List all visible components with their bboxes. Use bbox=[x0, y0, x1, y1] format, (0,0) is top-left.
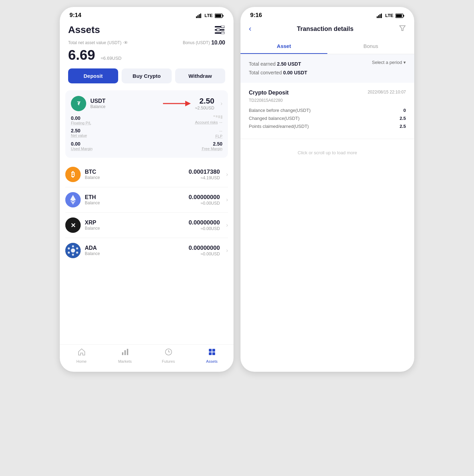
tx-detail-points: Points claimed/earned(USDT) 2.5 bbox=[249, 124, 406, 129]
nav-futures[interactable]: Futures bbox=[147, 348, 190, 363]
period-select[interactable]: Select a period ▾ bbox=[372, 60, 406, 65]
detail-balance-before-label: Balance before change(USDT) bbox=[249, 108, 311, 113]
deposit-button[interactable]: Deposit bbox=[68, 68, 118, 83]
detail-points-label: Points claimed/earned(USDT) bbox=[249, 124, 309, 129]
svg-text:₿: ₿ bbox=[71, 171, 75, 178]
flp-dash: -- bbox=[219, 128, 222, 134]
btc-sub: Balance bbox=[85, 175, 185, 180]
ada-item[interactable]: ADA Balance 0.00000000 ≈0.00USD › bbox=[65, 238, 228, 263]
nav-assets-label: Assets bbox=[206, 359, 218, 363]
signal-icon-right bbox=[377, 13, 383, 18]
btc-amount: 0.00017380 bbox=[189, 169, 220, 175]
ada-icon bbox=[65, 243, 81, 258]
usdt-chevron[interactable]: › bbox=[221, 100, 222, 107]
status-bar-right: 9:16 LTE bbox=[240, 7, 414, 22]
svg-marker-47 bbox=[400, 26, 405, 31]
summary-section: Total earned 2.50 USDT Total converted 0… bbox=[240, 54, 414, 83]
status-bar-left: 9:14 LTE bbox=[60, 7, 234, 22]
net-value-label: Net value bbox=[71, 133, 147, 138]
btc-chevron[interactable]: › bbox=[226, 171, 228, 178]
eth-item[interactable]: ETH Balance 0.00000000 ≈0.00USD › bbox=[65, 187, 228, 213]
btc-item[interactable]: ₿ BTC Balance 0.00017380 ≈4.19USD › bbox=[65, 162, 228, 187]
tab-asset[interactable]: Asset bbox=[240, 39, 327, 54]
stats-grid: 0.00 Floating P/L Account risks -- bbox=[71, 111, 222, 152]
svg-rect-10 bbox=[221, 26, 224, 28]
svg-rect-0 bbox=[196, 16, 197, 18]
xrp-chevron[interactable]: › bbox=[226, 222, 228, 228]
svg-rect-5 bbox=[223, 15, 224, 17]
load-more[interactable]: Click or scroll up to load more bbox=[240, 139, 414, 166]
time-right: 9:16 bbox=[250, 12, 262, 19]
risk-bars bbox=[147, 115, 222, 119]
svg-rect-40 bbox=[377, 16, 378, 18]
total-label: Total net asset value (USDT) bbox=[68, 40, 121, 45]
account-risks-item: Account risks -- bbox=[147, 114, 222, 126]
usdt-icon: ₮ bbox=[71, 96, 86, 111]
svg-rect-38 bbox=[209, 352, 212, 355]
screenshots-container: 9:14 LTE bbox=[60, 7, 414, 372]
assets-manage-icon[interactable] bbox=[214, 24, 225, 35]
markets-icon bbox=[121, 348, 129, 358]
flp-item: -- FLP bbox=[147, 126, 222, 140]
lte-label-left: LTE bbox=[204, 13, 213, 18]
svg-rect-33 bbox=[124, 350, 126, 355]
filter-icon[interactable] bbox=[399, 25, 406, 33]
tab-bonus[interactable]: Bonus bbox=[327, 39, 414, 54]
svg-point-31 bbox=[76, 252, 78, 254]
btc-info: BTC Balance bbox=[85, 169, 185, 180]
xrp-name: XRP bbox=[85, 220, 185, 226]
xrp-amount: 0.00000000 bbox=[189, 219, 220, 226]
nav-assets[interactable]: Assets bbox=[190, 348, 234, 363]
btc-usd: ≈4.19USD bbox=[189, 175, 220, 180]
back-button[interactable]: ‹ bbox=[249, 24, 251, 33]
eth-name: ETH bbox=[85, 194, 185, 200]
btc-icon: ₿ bbox=[65, 167, 81, 182]
svg-rect-3 bbox=[200, 14, 201, 18]
converted-value: 0.00 USDT bbox=[283, 70, 307, 75]
nav-home[interactable]: Home bbox=[60, 348, 103, 363]
buy-crypto-button[interactable]: Buy Crypto bbox=[122, 68, 172, 83]
xrp-info: XRP Balance bbox=[85, 220, 185, 231]
eth-chevron[interactable]: › bbox=[226, 197, 228, 203]
used-margin-item: 0.00 Used Margin bbox=[71, 140, 147, 152]
nav-markets[interactable]: Markets bbox=[103, 348, 147, 363]
usdt-name: USDT bbox=[90, 98, 159, 104]
nav-home-label: Home bbox=[76, 359, 87, 363]
transaction-item: Crypto Deposit 2022/08/15 22:10:07 TD220… bbox=[240, 83, 414, 139]
xrp-icon: ✕ bbox=[65, 218, 81, 233]
ada-sub: Balance bbox=[85, 251, 185, 256]
btc-name: BTC bbox=[85, 169, 185, 175]
detail-changed-balance-value: 2.5 bbox=[400, 116, 406, 121]
earned-value: 2.50 USDT bbox=[277, 61, 301, 67]
svg-rect-1 bbox=[197, 15, 198, 18]
svg-rect-41 bbox=[378, 15, 379, 18]
total-value: 6.69 bbox=[68, 47, 95, 63]
svg-marker-16 bbox=[185, 101, 191, 106]
xrp-balance: 0.00000000 ≈0.00USD bbox=[189, 219, 220, 231]
ada-name: ADA bbox=[85, 245, 185, 251]
xrp-item[interactable]: ✕ XRP Balance 0.00000000 ≈0.00USD › bbox=[65, 213, 228, 238]
net-value-item: 2.50 Net value bbox=[71, 126, 147, 140]
used-margin-label: Used Margin bbox=[71, 147, 147, 151]
home-icon bbox=[78, 348, 85, 358]
action-buttons: Deposit Buy Crypto Withdraw bbox=[60, 68, 234, 90]
svg-text:✕: ✕ bbox=[71, 222, 76, 229]
status-icons-left: LTE bbox=[196, 13, 224, 18]
status-icons-right: LTE bbox=[377, 13, 404, 18]
earned-item: Total earned 2.50 USDT bbox=[249, 60, 307, 68]
bottom-nav: Home Markets bbox=[60, 344, 234, 372]
eth-balance: 0.00000000 ≈0.00USD bbox=[189, 194, 220, 206]
tabs: Asset Bonus bbox=[240, 39, 414, 54]
usdt-info: USDT Balance bbox=[90, 98, 159, 109]
tx-header: Crypto Deposit 2022/08/15 22:10:07 bbox=[249, 90, 406, 96]
eye-icon[interactable]: 👁 bbox=[123, 40, 128, 46]
floating-pl-item: 0.00 Floating P/L bbox=[71, 114, 147, 126]
battery-icon-left bbox=[215, 13, 224, 18]
withdraw-button[interactable]: Withdraw bbox=[175, 68, 225, 83]
svg-point-25 bbox=[71, 248, 75, 253]
svg-rect-36 bbox=[209, 349, 212, 352]
xrp-usd: ≈0.00USD bbox=[189, 226, 220, 231]
converted-item: Total converted 0.00 USDT bbox=[249, 68, 307, 77]
ada-chevron[interactable]: › bbox=[226, 247, 228, 254]
eth-sub: Balance bbox=[85, 200, 185, 205]
